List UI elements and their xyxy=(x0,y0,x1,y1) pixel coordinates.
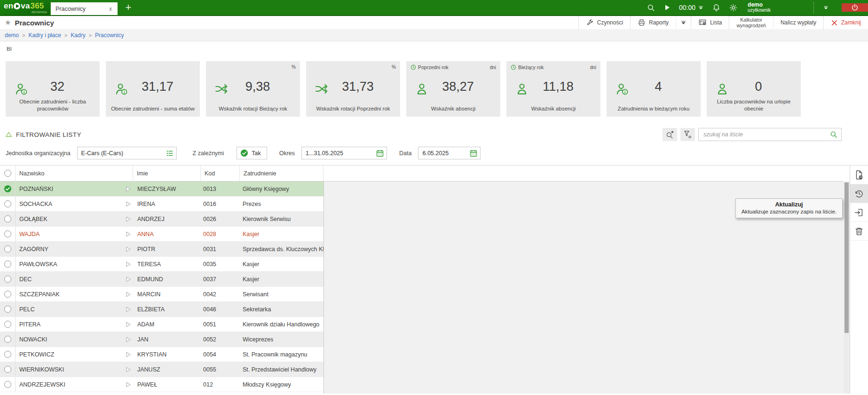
row-radio[interactable] xyxy=(0,362,16,377)
column-header-imie[interactable]: Imie xyxy=(133,166,201,181)
table-row[interactable]: GOŁĄBEKANDRZEJ0026Kierownik Serwisu xyxy=(0,212,324,227)
row-radio[interactable] xyxy=(0,332,16,347)
z-zaleznymi-checkbox[interactable]: Tak xyxy=(237,147,267,159)
row-expand-arrow-icon[interactable] xyxy=(121,201,135,207)
row-radio[interactable] xyxy=(0,242,16,256)
row-expand-arrow-icon[interactable] xyxy=(121,366,135,373)
search-submit-icon[interactable] xyxy=(829,130,838,141)
table-row[interactable]: PAWŁOWSKATERESA0035Kasjer xyxy=(0,257,324,272)
row-radio[interactable] xyxy=(0,257,16,271)
play-icon[interactable] xyxy=(663,4,671,11)
row-expand-arrow-icon[interactable] xyxy=(121,306,135,313)
new-tab-button[interactable]: + xyxy=(118,0,139,15)
cell-nazwisko: PETKOWICZ xyxy=(16,351,121,358)
czynnosci-button[interactable]: Czynności xyxy=(578,16,630,29)
breadcrumb-item[interactable]: Kadry i płace xyxy=(28,32,61,39)
raporty-button[interactable]: Raporty xyxy=(630,16,676,29)
bi-card[interactable]: 31,17Obecnie zatrudnieni - suma etatów xyxy=(106,61,200,117)
list-picker-icon[interactable] xyxy=(166,150,174,158)
column-header-kod[interactable]: Kod xyxy=(201,166,240,181)
row-expand-arrow-icon[interactable] xyxy=(121,186,135,192)
table-row[interactable]: ANDRZEJEWSKIPAWEŁ012Młodszy Księgowy xyxy=(0,377,324,392)
table-row[interactable]: PITERAADAM0051Kierownik działu Handloweg… xyxy=(0,317,324,332)
row-radio[interactable] xyxy=(0,317,16,332)
bi-card[interactable]: 32Obecnie zatrudnieni - liczba pracownik… xyxy=(6,61,100,117)
refresh-record-button[interactable] xyxy=(850,184,868,203)
row-radio[interactable] xyxy=(0,302,16,316)
bi-card[interactable]: %9,38Wskaźnik rotacji Bieżący rok xyxy=(206,61,300,117)
enova365-logo[interactable]: enva365 dla biznesu xyxy=(0,0,50,15)
row-expand-arrow-icon[interactable] xyxy=(121,261,135,268)
bi-card[interactable]: %31,73Wskaźnik rotacji Poprzedni rok xyxy=(306,61,400,117)
row-expand-arrow-icon[interactable] xyxy=(121,321,135,328)
bi-card[interactable]: 0Liczba pracowników na urlopie obecnie xyxy=(707,61,801,117)
advanced-search-button[interactable] xyxy=(663,128,677,141)
breadcrumb-item[interactable]: Pracownicy xyxy=(95,32,124,39)
bell-icon[interactable] xyxy=(712,3,721,12)
table-row[interactable]: NOWACKIJAN0052Wiceprezes xyxy=(0,332,324,347)
row-expand-arrow-icon[interactable] xyxy=(121,246,135,253)
bi-card[interactable]: Bieżący rokdni11,18Wskaźnik absencji xyxy=(506,61,600,117)
row-expand-arrow-icon[interactable] xyxy=(121,381,135,388)
filter-collapse-toggle[interactable]: FILTROWANIE LISTY xyxy=(6,131,81,138)
breadcrumb-item[interactable]: demo xyxy=(5,32,19,39)
top-bar: enva365 dla biznesu Pracownicy x + 00:00… xyxy=(0,0,868,16)
row-expand-arrow-icon[interactable] xyxy=(121,276,135,283)
row-radio[interactable] xyxy=(0,212,16,226)
filter-funnel-button[interactable] xyxy=(680,128,695,141)
table-row[interactable]: SOCHACKAIRENA0016Prezes xyxy=(0,197,324,212)
row-selected-check[interactable] xyxy=(0,182,16,196)
table-row[interactable]: PELCELŻBIETA0046Sekretarka xyxy=(0,302,324,317)
raporty-dropdown-button[interactable] xyxy=(676,16,691,29)
tab-close-icon[interactable]: x xyxy=(108,6,113,12)
zamknij-button[interactable]: Zamknij xyxy=(823,16,868,29)
table-row[interactable]: ZAGÓRNYPIOTR0031Sprzedawca ds. Kluczowyc… xyxy=(0,242,324,257)
row-radio[interactable] xyxy=(0,287,16,301)
search-icon[interactable] xyxy=(647,3,655,12)
calendar-icon[interactable] xyxy=(376,150,384,158)
row-radio[interactable] xyxy=(0,197,16,211)
bi-card[interactable]: Poprzedni rokdni38,27Wskaźnik absencji xyxy=(406,61,500,117)
calendar-icon[interactable] xyxy=(470,150,477,158)
lista-button[interactable]: Lista xyxy=(691,16,729,29)
breadcrumb-item[interactable]: Kadry xyxy=(71,32,85,39)
table-row[interactable]: DECEDMUND0037Kasjer xyxy=(0,272,324,287)
row-expand-arrow-icon[interactable] xyxy=(121,291,135,298)
table-row[interactable]: PETKOWICZKRYSTIAN0054St. Pracownik magaz… xyxy=(0,347,324,362)
work-timer[interactable]: 00:00 xyxy=(679,4,704,11)
column-header-nazwisko[interactable]: Nazwisko xyxy=(16,166,133,181)
table-row[interactable]: WIERNIKOWSKIJANUSZ0055St. Przedstawiciel… xyxy=(0,362,324,377)
search-input[interactable] xyxy=(698,128,842,141)
logout-power-button[interactable] xyxy=(842,3,868,12)
panel-chevron-icon[interactable] xyxy=(823,5,829,11)
tab-pracownicy[interactable]: Pracownicy x xyxy=(51,2,118,15)
favorite-star-icon[interactable]: ★ xyxy=(5,18,11,27)
goto-record-button[interactable] xyxy=(850,203,868,222)
add-record-button[interactable] xyxy=(850,166,868,184)
nalicz-wyplaty-button[interactable]: Nalicz wypłaty xyxy=(773,16,823,29)
scrollbar-thumb[interactable] xyxy=(844,182,849,333)
row-radio[interactable] xyxy=(0,227,16,241)
table-row[interactable]: SZCZEPANIAKMARCIN0042Serwisant xyxy=(0,287,324,302)
row-radio[interactable] xyxy=(0,272,16,286)
select-all-radio[interactable] xyxy=(0,166,16,181)
delete-record-button[interactable] xyxy=(850,222,868,241)
table-row[interactable]: POZNAŃSKIMIECZYSŁAW0013Główny Księgowy xyxy=(0,182,324,197)
kalkulator-wynagrodzen-button[interactable]: Kalkulatorwynagrodzeń xyxy=(729,16,773,29)
row-radio[interactable] xyxy=(0,347,16,362)
vertical-scrollbar[interactable] xyxy=(844,182,850,394)
org-unit-field[interactable]: E-Cars (E-Cars) xyxy=(77,147,177,159)
row-expand-arrow-icon[interactable] xyxy=(121,336,135,343)
row-radio[interactable] xyxy=(0,377,16,392)
column-header-zatrudnienie[interactable]: Zatrudnienie xyxy=(240,166,324,181)
gear-icon[interactable] xyxy=(729,3,738,12)
cell-nazwisko: SZCZEPANIAK xyxy=(16,291,121,298)
row-expand-arrow-icon[interactable] xyxy=(121,351,135,358)
user-menu[interactable]: demo uzytkownik xyxy=(748,2,771,13)
okres-field[interactable]: 1...31.05.2025 xyxy=(301,147,387,159)
bi-card[interactable]: 4Zatrudnienia w bieżącym roku xyxy=(607,61,701,117)
data-field[interactable]: 6.05.2025 xyxy=(418,147,481,159)
row-expand-arrow-icon[interactable] xyxy=(121,216,135,222)
table-row[interactable]: WAJDAANNA0028Kasjer xyxy=(0,227,324,242)
row-expand-arrow-icon[interactable] xyxy=(121,231,135,237)
